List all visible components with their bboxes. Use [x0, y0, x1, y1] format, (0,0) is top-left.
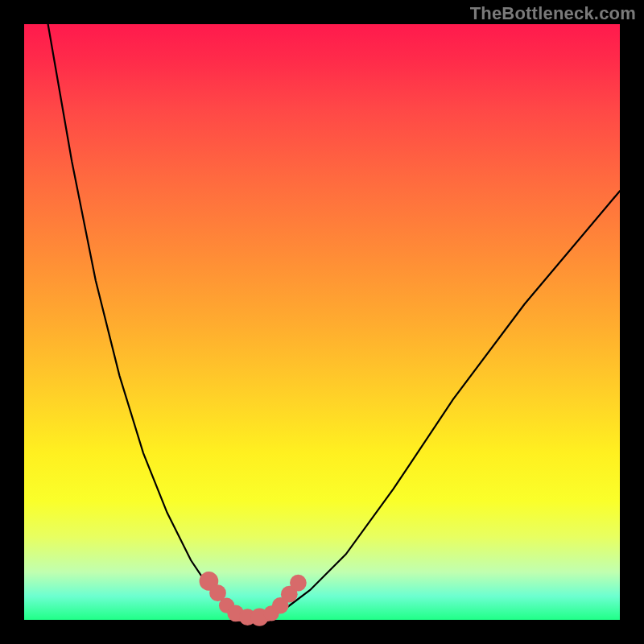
- curve-markers: [200, 572, 307, 626]
- watermark-text: TheBottleneck.com: [470, 3, 636, 24]
- chart-frame: TheBottleneck.com: [0, 0, 644, 644]
- curve-marker: [290, 575, 307, 592]
- curves-layer: [24, 24, 620, 620]
- right-curve: [268, 191, 620, 616]
- left-curve: [48, 24, 245, 617]
